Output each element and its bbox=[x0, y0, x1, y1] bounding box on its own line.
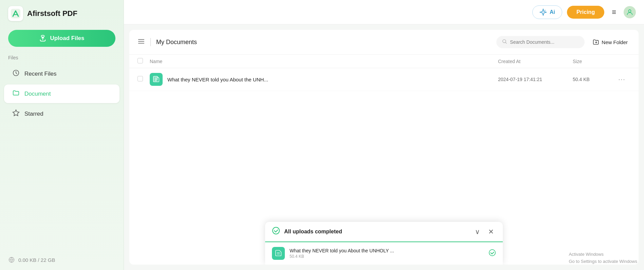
header-check bbox=[137, 58, 150, 64]
upload-notification: All uploads completed ∨ ✕ What they NEVE… bbox=[265, 222, 503, 265]
content-area: My Documents New Folder bbox=[129, 30, 639, 265]
storage-info: 0.00 KB / 22 GB bbox=[0, 251, 124, 270]
activate-windows-watermark: Activate Windows Go to Settings to activ… bbox=[562, 246, 644, 270]
new-folder-button[interactable]: New Folder bbox=[590, 37, 630, 47]
upload-file-name: What they NEVER told you About the UNHOL… bbox=[290, 248, 484, 253]
svg-rect-0 bbox=[11, 9, 20, 18]
folder-icon bbox=[12, 89, 20, 98]
logo-area: Afirstsoft PDF bbox=[0, 0, 124, 27]
upload-file-size: 50.4 KB bbox=[290, 254, 484, 259]
row-check bbox=[137, 76, 150, 83]
activate-windows-line2: Go to Settings to activate Windows bbox=[569, 258, 637, 265]
sidebar-item-document-label: Document bbox=[24, 91, 51, 97]
row-checkbox[interactable] bbox=[137, 76, 143, 81]
main-area: Ai Pricing ≡ My Documents bbox=[124, 0, 644, 270]
storage-usage: 0.00 KB / 22 GB bbox=[18, 257, 55, 263]
sidebar-item-starred[interactable]: Starred bbox=[4, 104, 119, 123]
file-more-options[interactable]: ··· bbox=[613, 76, 630, 83]
upload-complete-checkmark bbox=[489, 249, 496, 258]
search-icon bbox=[502, 39, 507, 45]
upload-notification-title: All uploads completed bbox=[284, 229, 469, 235]
sidebar-item-document[interactable]: Document bbox=[4, 84, 119, 103]
upload-notification-header: All uploads completed ∨ ✕ bbox=[265, 222, 503, 242]
column-size-header: Size bbox=[573, 59, 613, 64]
search-box[interactable] bbox=[496, 36, 585, 48]
column-created-header: Created At bbox=[498, 59, 573, 64]
sidebar-item-recent[interactable]: Recent Files bbox=[4, 64, 119, 83]
list-view-icon[interactable] bbox=[137, 38, 145, 47]
upload-files-label: Upload Files bbox=[50, 35, 84, 42]
svg-point-8 bbox=[273, 227, 279, 234]
chevron-down-icon: ∨ bbox=[475, 228, 480, 235]
pricing-button[interactable]: Pricing bbox=[567, 6, 604, 19]
file-created-date: 2024-07-19 17:41:21 bbox=[498, 77, 573, 82]
table-row[interactable]: What they NEVER told you About the UNH..… bbox=[129, 68, 639, 91]
logo-icon bbox=[8, 6, 23, 21]
upload-files-button[interactable]: Upload Files bbox=[8, 30, 115, 47]
svg-rect-6 bbox=[153, 76, 158, 82]
upload-file-item: What they NEVER told you About the UNHOL… bbox=[265, 242, 503, 265]
content-header: My Documents New Folder bbox=[129, 30, 639, 55]
vertical-divider bbox=[150, 38, 151, 46]
sidebar: Afirstsoft PDF Upload Files Files Recent… bbox=[0, 0, 124, 270]
upload-success-icon bbox=[272, 227, 280, 237]
file-size: 50.4 KB bbox=[573, 77, 613, 82]
new-folder-label: New Folder bbox=[602, 39, 628, 45]
sidebar-item-recent-label: Recent Files bbox=[24, 71, 56, 77]
ai-button[interactable]: Ai bbox=[532, 5, 562, 19]
close-icon: ✕ bbox=[488, 228, 494, 235]
menu-button[interactable]: ≡ bbox=[609, 6, 619, 18]
upload-file-type-icon bbox=[272, 247, 285, 260]
collapse-notification-button[interactable]: ∨ bbox=[473, 227, 482, 236]
app-name: Afirstsoft PDF bbox=[27, 9, 77, 18]
svg-point-3 bbox=[545, 9, 546, 11]
pricing-label: Pricing bbox=[576, 9, 595, 15]
activate-windows-line1: Activate Windows bbox=[569, 251, 637, 258]
sidebar-item-starred-label: Starred bbox=[24, 111, 43, 117]
clock-icon bbox=[12, 69, 20, 78]
column-name-header: Name bbox=[150, 59, 498, 64]
topbar: Ai Pricing ≡ bbox=[124, 0, 644, 24]
star-icon bbox=[12, 109, 20, 118]
select-all-checkbox[interactable] bbox=[137, 58, 143, 63]
ai-label: Ai bbox=[550, 9, 555, 15]
upload-file-details: What they NEVER told you About the UNHOL… bbox=[290, 248, 484, 259]
folder-title: My Documents bbox=[156, 39, 491, 46]
file-name: What they NEVER told you About the UNH..… bbox=[167, 77, 498, 82]
user-avatar[interactable] bbox=[624, 6, 636, 18]
svg-point-4 bbox=[628, 9, 631, 12]
svg-point-9 bbox=[489, 249, 495, 255]
table-header: Name Created At Size bbox=[129, 55, 639, 68]
close-notification-button[interactable]: ✕ bbox=[486, 227, 496, 236]
file-type-icon bbox=[150, 73, 163, 86]
search-input[interactable] bbox=[510, 39, 579, 45]
hamburger-icon: ≡ bbox=[612, 8, 616, 16]
svg-point-1 bbox=[41, 35, 44, 37]
files-section-label: Files bbox=[0, 55, 124, 64]
